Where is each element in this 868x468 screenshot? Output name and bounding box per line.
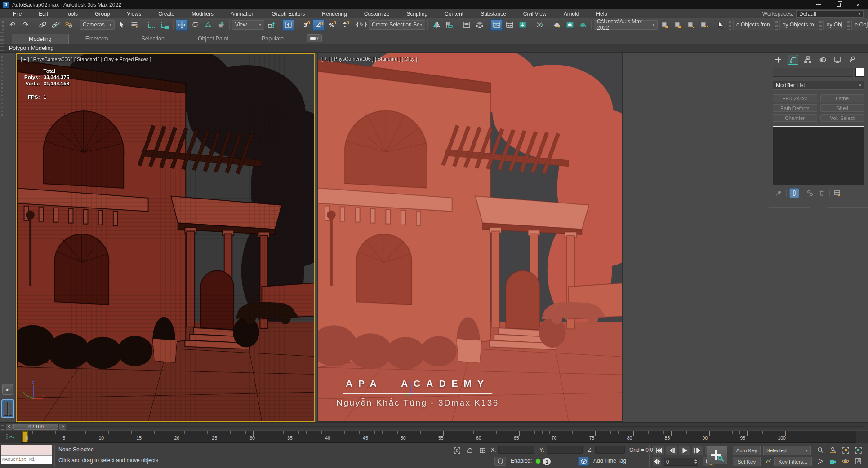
goto-start-button[interactable] [653,446,664,455]
menu-item[interactable]: Arnold [555,9,588,18]
toolbar-grip[interactable] [2,20,4,30]
zoom-all-icon[interactable] [827,446,839,455]
time-tag-cube-icon[interactable] [578,457,589,466]
listener-script-row[interactable]: MAXScript Mi [1,456,52,464]
pin-stack-icon[interactable] [774,188,783,198]
play-button[interactable] [679,446,690,455]
menu-item[interactable]: Views [118,9,150,18]
select-by-name-button[interactable] [129,19,141,31]
key-mode-toggle[interactable] [653,457,662,466]
modifier-preset-button[interactable]: Shell [820,104,865,112]
menu-item[interactable]: Substance [472,9,515,18]
orbit-icon[interactable] [840,457,851,466]
objects-to-button[interactable]: oy Objects to [779,20,817,30]
ribbon-tab[interactable]: Selection [125,34,181,44]
key-filters-button[interactable]: Key Filters... [774,457,812,466]
selection-filter-dropdown[interactable]: Cameras▾ [80,20,115,30]
panel-grip[interactable] [0,44,4,52]
menu-item[interactable]: Tools [57,9,86,18]
spinner-snap-toggle[interactable] [338,19,351,31]
menu-item[interactable]: Edit [30,9,57,18]
maximize-viewport-icon[interactable] [852,457,864,466]
snaps-action-icon[interactable] [534,19,546,31]
modifier-preset-button[interactable]: Vol. Select [820,114,865,122]
strip-grip[interactable] [1,54,3,117]
named-selection-sets-dropdown[interactable]: Create Selection Se▾ [369,20,425,30]
select-and-manipulate-button[interactable] [282,19,294,31]
select-and-rotate-button[interactable] [189,19,201,31]
modifier-preset-button[interactable]: FFD 2x2x2 [773,94,817,102]
toolbar-grip[interactable] [847,20,850,30]
snap-toggle-3d-button[interactable]: 3 [299,19,312,31]
modifier-list-dropdown[interactable]: Modifier List ▾ [773,81,864,90]
add-time-tag[interactable]: Add Time Tag [593,458,626,464]
pan-camera-icon[interactable] [827,457,839,466]
create-tab-icon[interactable] [773,55,783,65]
make-unique-icon[interactable] [805,188,815,198]
rendered-frame-window-button[interactable] [564,19,576,31]
previous-frame-arrow[interactable]: < [6,424,13,430]
display-tab-icon[interactable] [832,55,843,65]
track-bar-ruler[interactable]: 0510152025303540455055606570758085909510… [21,431,856,443]
menu-item[interactable]: Customize [356,9,398,18]
menu-item[interactable]: Help [588,9,616,18]
menu-item[interactable]: Graph Editors [263,9,313,18]
angle-snap-toggle[interactable]: ∠ [312,19,325,31]
ribbon-tab[interactable]: Modeling [12,34,69,44]
curve-editor-button[interactable] [490,19,503,31]
viewport-right[interactable]: [ + ] [ PhysCamera006 ] [ Standard ] [ C… [317,53,623,422]
listener-macro-row[interactable] [1,445,52,456]
ribbon-tab[interactable]: Freeform [69,34,125,44]
keyable-icons-toggle[interactable] [763,457,773,466]
viewport-layout-tab[interactable] [1,399,14,418]
window-crossing-toggle[interactable] [159,19,171,31]
menu-item[interactable]: Scripting [398,9,436,18]
import-scroll-icon[interactable] [659,19,671,31]
zoom-extents-icon[interactable] [840,446,851,455]
coord-x-field[interactable] [498,446,534,454]
viewport-right-label[interactable]: [ + ] [ PhysCamera006 ] [ Standard ] [ C… [321,56,417,62]
toolbar-grip[interactable] [819,20,822,30]
zoom-extents-all-icon[interactable] [852,446,864,455]
align-button[interactable] [443,19,455,31]
close-button[interactable]: × [848,0,868,9]
scene-explorer-toggle[interactable] [460,19,472,31]
menu-item[interactable]: Group [86,9,118,18]
remove-modifier-icon[interactable] [817,188,827,198]
frame-spinner[interactable] [694,459,698,464]
workspace-select[interactable]: Default ▾ [796,10,864,18]
objects-from-button[interactable]: e Objects fron [733,20,773,30]
menu-item[interactable]: Animation [222,9,263,18]
notification-badge[interactable]: 1 [543,458,551,465]
menu-item[interactable]: Modifiers [183,9,222,18]
toolbar-grip[interactable] [729,20,731,30]
motion-tab-icon[interactable] [817,55,828,65]
auto-key-button[interactable]: Auto Key [733,446,761,455]
ribbon-minimize-button[interactable]: ▾ [307,34,322,42]
mini-curve-editor-toggle[interactable] [4,433,16,442]
undo-button[interactable]: ↶ [6,19,18,31]
isolate-selection-toggle[interactable] [452,446,462,455]
relink-scroll-icon[interactable] [698,19,710,31]
mirror-button[interactable] [430,19,442,31]
use-pivot-center-button[interactable] [265,19,277,31]
modifier-stack[interactable] [773,126,864,185]
percent-snap-toggle[interactable]: % [325,19,338,31]
material-editor-button[interactable] [516,19,529,31]
time-slider-track[interactable] [69,426,863,427]
schematic-view-button[interactable] [503,19,516,31]
object-name-field[interactable] [773,68,853,77]
coord-z-field[interactable] [595,446,625,454]
select-and-place-button[interactable] [215,19,227,31]
modifier-preset-button[interactable]: Chamfer [773,114,817,122]
select-object-button[interactable] [116,19,128,31]
set-keys-button[interactable] [707,446,727,464]
maxscript-mini-listener[interactable]: MAXScript Mi [1,445,52,464]
next-frame-button[interactable] [692,446,703,455]
redo-button[interactable]: ↷ [19,19,31,31]
objects-trailing-button[interactable]: e Obje [851,20,868,30]
ribbon-tab[interactable]: Populate [245,34,300,44]
restore-button[interactable] [828,0,848,9]
ribbon-grip[interactable] [0,31,4,44]
project-folder-dropdown[interactable]: C:\Users\A...s Max 2022▾ [594,20,658,30]
